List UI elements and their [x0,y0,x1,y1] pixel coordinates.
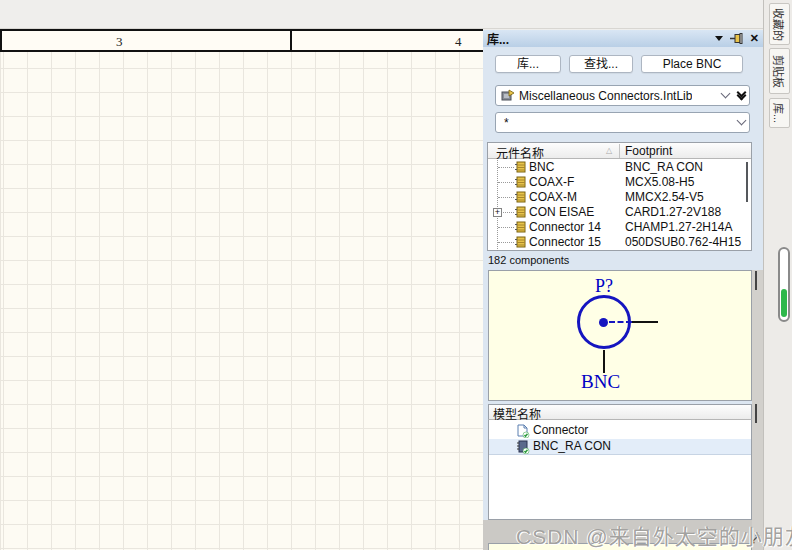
place-bnc-button[interactable]: Place BNC [641,55,743,73]
column-divider[interactable] [619,144,620,158]
ruler-label-4: 4 [455,34,462,50]
component-footprint: MMCX2.54-V5 [625,190,704,204]
integrated-library-icon [500,89,515,102]
mask-level-fill [781,289,787,317]
tab-libraries[interactable]: 库... [769,98,790,128]
component-icon [515,206,526,218]
ruler-divider [290,31,292,50]
simulation-model-icon [517,424,530,438]
component-table-header[interactable]: 元件名称 △ Footprint [488,143,751,159]
library-select-chevron-icon[interactable] [721,89,731,99]
component-footprint: MCX5.08-H5 [625,175,694,189]
schematic-sheet[interactable] [0,52,483,550]
component-icon [515,236,526,248]
ruler-label-3: 3 [116,34,123,50]
library-select[interactable]: Miscellaneous Connectors.IntLib [495,85,750,106]
component-table: 元件名称 △ Footprint BNC [487,142,752,251]
library-select-value: Miscellaneous Connectors.IntLib [519,89,692,103]
symbol-preview: P? BNC [488,270,752,401]
panel-button-row: 库... 查找... Place BNC [483,55,763,73]
model-list: Connector BNC_RA CON [488,420,752,520]
pin-icon[interactable] [730,33,743,44]
table-row[interactable]: + CON EISAE CARD1.27-2V188 [488,205,751,220]
toolbar-empty-band [0,0,792,29]
watermark-text: CSDN @来自外太空的小朋友 [516,520,792,550]
table-row[interactable]: BNC BNC_RA CON [488,160,751,175]
collapse-models-icon[interactable] [755,406,763,410]
library-more-icon[interactable] [738,93,745,99]
bnc-symbol-pin-bottom [603,350,605,373]
symbol-designator: P? [595,276,613,297]
component-name: COAX-M [529,190,577,204]
component-icon [515,161,526,173]
column-name[interactable]: 元件名称 [496,144,544,161]
component-table-body: BNC BNC_RA CON COAX-F MCX5.08-H5 [488,160,751,251]
table-row[interactable]: COAX-M MMCX2.54-V5 [488,190,751,205]
sheet-border-ruler: 3 4 [0,29,483,52]
component-icon [515,191,526,203]
model-list-header[interactable]: 模型名称 [488,404,752,420]
component-name: Connector 15 [529,235,601,249]
component-name: COAX-F [529,175,574,189]
component-name: CON EISAE [529,205,594,219]
footprint-model-icon [517,440,530,454]
libraries-panel: 库... ✕ 库... 查找... Place BNC Mis [483,30,763,550]
tab-favorites[interactable]: 收藏的 [769,3,790,45]
list-item[interactable]: Connector [489,423,751,439]
collapse-strip [752,270,763,550]
component-icon [515,221,526,233]
tab-clipboard[interactable]: 剪贴板 [769,48,790,94]
component-count: 182 components [488,254,569,266]
right-tab-strip: 收藏的 剪贴板 库... [763,0,792,550]
bnc-symbol-pin-right [632,321,658,323]
column-footprint[interactable]: Footprint [625,144,672,158]
table-row[interactable]: Connector 14 CHAMP1.27-2H14A [488,220,751,235]
table-row[interactable]: Connector 15 050DSUB0.762-4H15 [488,235,751,250]
sort-ascending-icon: △ [606,146,612,155]
component-name: BNC [529,160,554,174]
filter-combobox[interactable]: * [495,112,750,133]
symbol-name: BNC [581,371,620,393]
bnc-symbol-dashed-line [609,321,632,323]
component-footprint: CARD1.27-2V188 [625,205,721,219]
expand-icon[interactable]: + [493,208,502,217]
filter-chevron-icon[interactable] [737,116,747,126]
collapse-preview-icon[interactable] [755,273,763,277]
app-window: 3 4 库... ✕ 库... 查找... Place BNC [0,0,792,550]
mask-level-slider[interactable] [778,247,790,322]
component-name: Connector 14 [529,220,601,234]
libraries-button[interactable]: 库... [495,55,561,73]
model-name: BNC_RA CON [533,439,611,453]
panel-header[interactable]: 库... ✕ [483,30,763,47]
search-button[interactable]: 查找... [569,55,633,73]
bnc-symbol-center-dot [599,318,608,327]
panel-title: 库... [487,30,509,47]
table-row[interactable]: COAX-F MCX5.08-H5 [488,175,751,190]
component-footprint: BNC_RA CON [625,160,703,174]
list-item-selected[interactable]: BNC_RA CON [489,439,751,455]
filter-value: * [504,116,509,130]
component-footprint: 050DSUB0.762-4H15 [625,235,741,249]
close-icon[interactable]: ✕ [750,33,759,44]
component-footprint: CHAMP1.27-2H14A [625,220,732,234]
component-icon [515,176,526,188]
table-scrollbar[interactable] [746,162,748,202]
panel-menu-icon[interactable] [715,36,723,41]
model-name: Connector [533,423,588,437]
